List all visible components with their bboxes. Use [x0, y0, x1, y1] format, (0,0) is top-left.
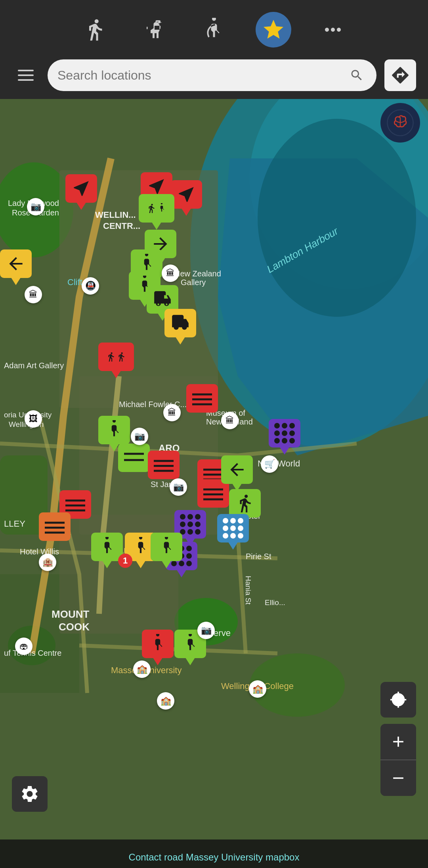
search-row: [0, 55, 428, 99]
dog-mode-button[interactable]: [137, 12, 172, 48]
svg-point-4: [258, 119, 416, 317]
map-icon-museum2[interactable]: 🏛: [221, 412, 239, 429]
map-icon-hotel[interactable]: 🏨: [39, 554, 56, 571]
top-toolbar: [0, 0, 428, 55]
wheelchair-mode-button[interactable]: [196, 12, 232, 48]
map-icon-fowler[interactable]: 🏛: [163, 404, 181, 421]
map-icon-college[interactable]: 🏫: [249, 680, 266, 698]
navigate-button[interactable]: [384, 59, 416, 91]
map-icon-train[interactable]: 🚇: [82, 277, 99, 295]
brand-logo[interactable]: [380, 103, 420, 143]
settings-icon: [20, 784, 40, 804]
map-icon-gallery[interactable]: 🖼: [25, 410, 42, 428]
search-container: [48, 59, 376, 91]
locate-button[interactable]: [380, 682, 416, 718]
svg-text:Ellio...: Ellio...: [265, 598, 285, 607]
marker-yellow-ramp[interactable]: [164, 309, 196, 337]
map-icon-camera[interactable]: 📷: [27, 198, 44, 215]
map-icon-newworld[interactable]: 🛒: [261, 455, 278, 473]
svg-text:Hotel Willis: Hotel Willis: [20, 547, 59, 556]
map-icon-tennis[interactable]: 🏟: [15, 638, 32, 655]
zoom-out-button[interactable]: [380, 760, 416, 796]
zoom-in-button[interactable]: [380, 724, 416, 760]
marker-red-striped-1[interactable]: [186, 384, 218, 413]
locate-icon: [390, 691, 407, 708]
search-input[interactable]: [57, 68, 347, 83]
navigate-icon: [390, 65, 410, 85]
svg-text:New Zealand: New Zealand: [174, 269, 221, 278]
svg-text:MOUNT: MOUNT: [52, 608, 89, 620]
marker-purple-dots-1[interactable]: [269, 419, 300, 447]
marker-red-ramp-1[interactable]: [142, 630, 174, 658]
contact-link[interactable]: Contact road Massey University mapbox: [129, 852, 300, 863]
svg-rect-49: [124, 449, 144, 467]
marker-red-1[interactable]: [65, 174, 97, 203]
notification-badge: 1: [118, 554, 132, 568]
map-container[interactable]: Lambton Harbour WELLIN... CENTR... Lady …: [0, 99, 428, 868]
wheelchair-icon: [202, 18, 226, 42]
marker-green-wheelchair-ped[interactable]: [139, 194, 174, 223]
map-controls: [380, 682, 416, 796]
marker-green-ped[interactable]: [229, 489, 261, 518]
marker-green-arrow-2[interactable]: [221, 455, 253, 484]
svg-text:uf Tennis Centre: uf Tennis Centre: [4, 649, 61, 657]
marker-red-ped-1[interactable]: [98, 343, 134, 371]
marker-green-wheelchair-4[interactable]: [91, 533, 123, 561]
svg-text:Hania St: Hania St: [244, 576, 252, 605]
search-icon: [350, 68, 364, 82]
map-icon-massey2[interactable]: 🏫: [157, 692, 174, 710]
map-icon-reserve[interactable]: 📷: [197, 622, 215, 639]
more-icon: [321, 18, 345, 42]
marker-yellow-arrow[interactable]: [0, 249, 32, 278]
star-icon: [262, 18, 285, 42]
marker-red-3[interactable]: [170, 180, 202, 209]
map-icon-museum[interactable]: 🏛: [162, 265, 179, 282]
zoom-in-icon: [390, 733, 407, 750]
marker-green-ramp-2[interactable]: [118, 444, 150, 472]
svg-text:COOK: COOK: [59, 621, 90, 633]
marker-red-striped-2[interactable]: [148, 451, 180, 479]
marker-blue-dots[interactable]: [217, 514, 249, 542]
pedestrian-mode-button[interactable]: [77, 12, 113, 48]
dog-icon: [143, 18, 166, 42]
map-icon-building[interactable]: 🏛: [25, 286, 42, 303]
pedestrian-icon: [83, 18, 107, 42]
svg-text:Adam Art Gallery: Adam Art Gallery: [4, 361, 64, 370]
svg-text:Gallery: Gallery: [181, 278, 206, 287]
svg-text:CENTR...: CENTR...: [103, 221, 140, 231]
marker-orange-striped[interactable]: [39, 512, 71, 541]
svg-text:WELLIN...: WELLIN...: [95, 210, 136, 220]
zoom-out-icon: [390, 769, 407, 787]
map-icon-tamaha[interactable]: 📷: [131, 428, 148, 445]
settings-button[interactable]: [12, 776, 48, 812]
search-button[interactable]: [347, 65, 367, 85]
favorites-mode-button[interactable]: [256, 12, 291, 48]
map-icon-stjames[interactable]: 📷: [170, 478, 187, 496]
svg-text:Pirie St: Pirie St: [246, 552, 271, 561]
menu-button[interactable]: [12, 61, 40, 89]
map-icon-massey[interactable]: 🏫: [133, 661, 151, 678]
marker-green-wheelchair-5[interactable]: [151, 533, 182, 561]
more-options-button[interactable]: [315, 12, 351, 48]
marker-green-wheelchair-3[interactable]: [98, 416, 130, 444]
bottom-attribution-bar: Contact road Massey University mapbox: [0, 839, 428, 868]
svg-text:LLEY: LLEY: [4, 519, 25, 529]
zoom-controls: [380, 724, 416, 796]
